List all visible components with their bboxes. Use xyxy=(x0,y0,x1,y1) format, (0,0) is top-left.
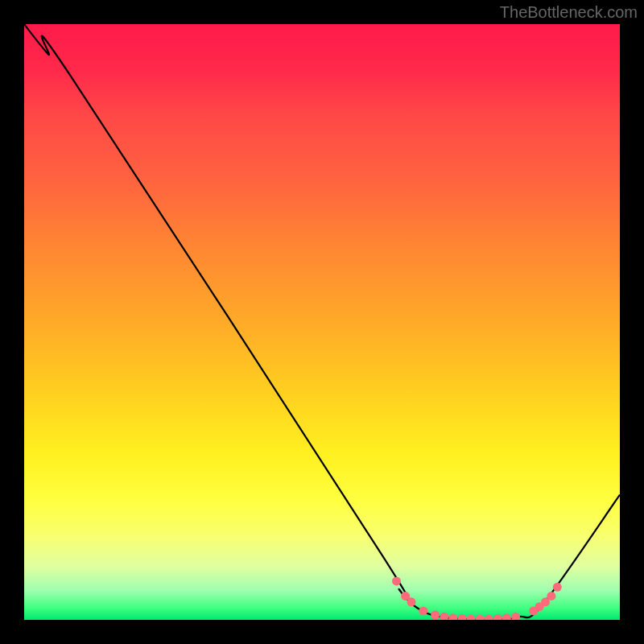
data-marker xyxy=(547,592,555,601)
data-marker xyxy=(502,613,511,620)
data-marker xyxy=(440,613,448,620)
data-marker xyxy=(467,615,476,620)
data-markers xyxy=(392,576,562,620)
data-marker xyxy=(493,614,502,620)
data-marker xyxy=(431,611,440,620)
data-marker xyxy=(392,576,401,585)
data-marker xyxy=(407,597,416,606)
data-marker xyxy=(511,613,520,620)
data-marker xyxy=(553,583,562,592)
bottleneck-curve xyxy=(24,24,620,620)
data-marker xyxy=(457,614,466,620)
chart-svg xyxy=(24,24,620,620)
data-marker xyxy=(448,613,457,620)
data-marker xyxy=(485,615,493,620)
data-marker xyxy=(476,615,485,620)
data-marker xyxy=(419,606,427,615)
plot-area xyxy=(24,24,620,620)
watermark-text: TheBottleneck.com xyxy=(500,3,638,22)
